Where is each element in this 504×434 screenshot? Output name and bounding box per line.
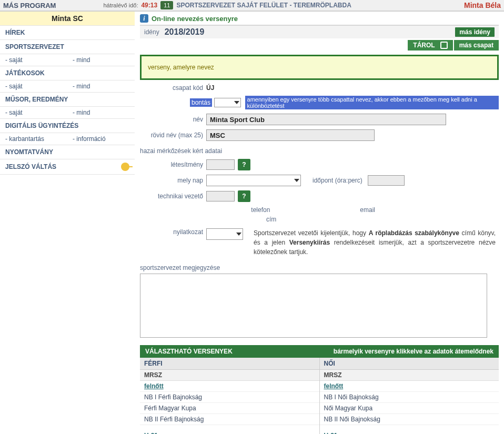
nav-password-label: JELSZÓ VÁLTÁS xyxy=(5,163,56,170)
chevron-down-icon xyxy=(294,179,299,182)
floppy-icon xyxy=(440,42,448,49)
org-name: Minta SC xyxy=(0,12,135,26)
chevron-down-icon xyxy=(234,101,239,104)
more-season-button[interactable]: más idény xyxy=(455,27,495,37)
split-label: bontás xyxy=(190,98,212,107)
remain-time: 49:13 xyxy=(141,2,157,9)
facility-lookup-button[interactable]: ? xyxy=(238,159,250,170)
female-adult-cat[interactable]: felnőtt xyxy=(320,381,499,392)
nav-digital-info[interactable]: - információ xyxy=(67,133,135,145)
sidebar: Minta SC HÍREK SPORTSZERVEZET - saját - … xyxy=(0,12,135,434)
tech-label: technikai vezető xyxy=(140,193,206,200)
address-label: cím xyxy=(266,216,499,223)
note-label: sportszervezet megjegyzése xyxy=(140,264,499,271)
season-label: idény xyxy=(144,28,159,36)
female-u21-cat[interactable]: U-21 xyxy=(320,430,499,434)
info-icon: i xyxy=(140,14,148,23)
female-org: MRSZ xyxy=(320,370,499,381)
homematch-section: hazai mérkőzések kért adatai xyxy=(140,147,499,155)
nav-schedule-own[interactable]: - saját xyxy=(0,107,67,118)
male-comp[interactable]: Férfi Magyar Kupa xyxy=(140,403,319,414)
nav-news[interactable]: HÍREK xyxy=(0,26,135,40)
competitions-hint: bármelyik versenyre klikkelve az adatok … xyxy=(334,348,493,355)
competition-placeholder: verseny, amelyre nevez xyxy=(148,64,214,71)
male-comp[interactable]: NB I Férfi Bajnokság xyxy=(140,392,319,403)
save-label: TÁROL xyxy=(413,42,435,49)
female-comp[interactable]: Női Magyar Kupa xyxy=(320,403,499,414)
name-input[interactable]: Minta Sport Club xyxy=(206,114,446,125)
male-comp[interactable]: NB II Férfi Bajnokság xyxy=(140,414,319,425)
day-label: mely nap xyxy=(140,177,206,184)
male-org: MRSZ xyxy=(140,370,319,381)
nav-players-all[interactable]: - mind xyxy=(67,80,135,92)
top-bar: MÁS PROGRAM hátralévő idő: 49:13 11 SPOR… xyxy=(0,0,504,12)
nav-org-own[interactable]: - saját xyxy=(0,54,67,66)
nav-password[interactable]: JELSZÓ VÁLTÁS xyxy=(0,159,135,175)
key-icon xyxy=(121,163,129,171)
team-code-label: csapat kód xyxy=(140,84,206,92)
team-code-value: ÚJ xyxy=(206,84,214,92)
breadcrumb: SPORTSZERVEZET SAJÁT FELÜLET - TEREMRÖPL… xyxy=(176,2,351,9)
female-comp[interactable]: NB I Női Bajnokság xyxy=(320,392,499,403)
nav-org-all[interactable]: - mind xyxy=(67,54,135,66)
tech-code-input[interactable] xyxy=(206,191,235,201)
male-header: FÉRFI xyxy=(140,358,319,370)
remain-label: hátralévő idő: xyxy=(103,2,138,8)
tech-lookup-button[interactable]: ? xyxy=(238,190,250,202)
shortname-input[interactable]: MSC xyxy=(206,129,375,141)
current-user[interactable]: Minta Béla xyxy=(464,1,501,9)
time-label: időpont (óra:perc) xyxy=(313,177,362,184)
facility-code-input[interactable] xyxy=(206,159,235,170)
declare-select[interactable] xyxy=(206,228,243,240)
nav-schedule[interactable]: MŰSOR, EREDMÉNY xyxy=(0,93,135,107)
competitions-title: VÁLASZTHATÓ VERSENYEK xyxy=(145,348,233,355)
count-badge[interactable]: 11 xyxy=(160,1,173,9)
email-label: email xyxy=(315,206,420,214)
other-team-button[interactable]: más csapat xyxy=(454,40,499,51)
season-value: 2018/2019 xyxy=(165,27,205,37)
split-select[interactable] xyxy=(214,98,241,107)
competitions-header: VÁLASZTHATÓ VERSENYEK bármelyik versenyr… xyxy=(140,345,499,358)
competitions-male-col: FÉRFI MRSZ felnőtt NB I Férfi Bajnokság … xyxy=(140,358,319,434)
other-team-label: más csapat xyxy=(459,42,493,49)
note-textarea[interactable] xyxy=(140,274,487,338)
save-button[interactable]: TÁROL xyxy=(408,40,452,51)
facility-label: létesítmény xyxy=(140,161,206,168)
declare-text: Sportszervezet vezetői kijelentjük, hogy… xyxy=(254,228,496,257)
nav-digital[interactable]: DIGITÁLIS ÜGYINTÉZÉS xyxy=(0,119,135,133)
main-content: i On-line nevezés versenyre idény 2018/2… xyxy=(135,12,504,434)
phone-label: telefon xyxy=(208,206,313,214)
declare-label: nyilatkozat xyxy=(140,228,206,236)
day-select[interactable] xyxy=(206,175,301,186)
nav-schedule-all[interactable]: - mind xyxy=(67,107,135,118)
name-label: név xyxy=(140,116,206,123)
nav-digital-maint[interactable]: - karbantartás xyxy=(0,133,67,145)
time-input[interactable] xyxy=(368,175,405,186)
shortname-label: rövid név (max 25) xyxy=(140,132,206,139)
nav-org[interactable]: SPORTSZERVEZET xyxy=(0,40,135,54)
female-header: NŐI xyxy=(320,358,499,370)
split-hint: amennyiben egy versenyre több csapattal … xyxy=(245,96,499,109)
program-switch[interactable]: MÁS PROGRAM xyxy=(3,2,56,9)
page-title: On-line nevezés versenyre xyxy=(152,15,238,23)
chevron-down-icon xyxy=(236,233,241,236)
male-adult-cat[interactable]: felnőtt xyxy=(140,381,319,392)
competition-field: verseny, amelyre nevez xyxy=(140,55,499,80)
competitions-female-col: NŐI MRSZ felnőtt NB I Női Bajnokság Női … xyxy=(319,358,499,434)
female-comp[interactable]: NB II Női Bajnokság xyxy=(320,414,499,425)
male-u21-cat[interactable]: U-21 xyxy=(140,430,319,434)
nav-forms[interactable]: NYOMTATVÁNY xyxy=(0,145,135,159)
nav-players-own[interactable]: - saját xyxy=(0,80,67,92)
nav-players[interactable]: JÁTÉKOSOK xyxy=(0,66,135,80)
